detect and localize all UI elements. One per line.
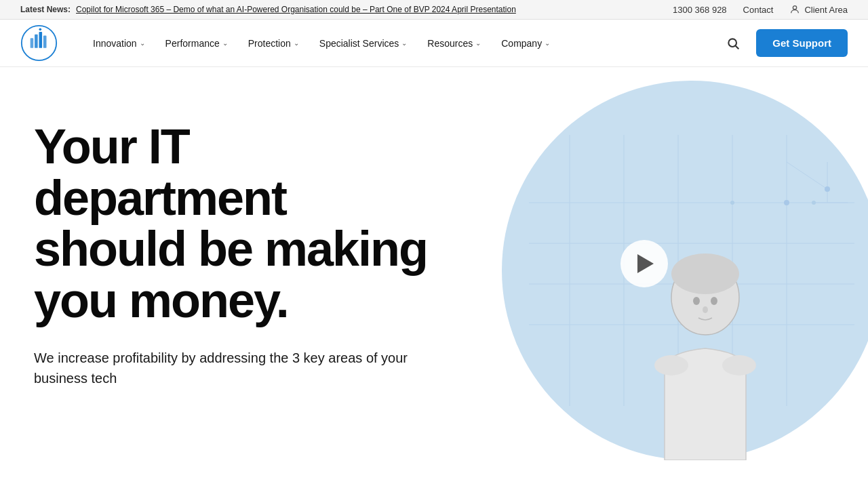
nav-menu: Innovation ⌄ Performance ⌄ Protection ⌄ … [85,33,558,54]
hero-section: Your IT department should be making you … [0,67,868,460]
nav-item-innovation[interactable]: Innovation ⌄ [85,33,153,54]
nav-label-innovation: Innovation [93,38,137,49]
svg-point-31 [654,355,688,375]
svg-point-23 [730,201,734,205]
nav-label-resources: Resources [427,38,473,49]
svg-point-30 [703,306,708,313]
navbar-right: Get Support [721,29,848,57]
svg-point-28 [693,297,700,305]
chevron-down-icon: ⌄ [475,39,481,47]
logo[interactable] [20,24,58,62]
svg-point-32 [722,355,756,375]
nav-item-resources[interactable]: Resources ⌄ [419,33,489,54]
svg-point-22 [784,200,789,205]
svg-point-29 [711,297,717,305]
svg-point-25 [825,186,830,192]
navbar: Innovation ⌄ Performance ⌄ Protection ⌄ … [0,20,868,67]
top-bar-left: Latest News: Copilot for Microsoft 365 –… [20,5,516,14]
nav-item-specialist-services[interactable]: Specialist Services ⌄ [311,33,416,54]
nav-item-company[interactable]: Company ⌄ [493,33,558,54]
hero-content: Your IT department should be making you … [0,67,477,415]
user-icon [789,4,800,15]
svg-rect-3 [35,35,38,48]
logo-svg [20,24,58,62]
top-bar: Latest News: Copilot for Microsoft 365 –… [0,0,868,20]
svg-line-8 [736,45,739,49]
phone-number: 1300 368 928 [673,5,727,15]
search-icon [726,37,740,50]
nav-label-protection: Protection [248,38,291,49]
news-link[interactable]: Copilot for Microsoft 365 – Demo of what… [76,5,516,14]
navbar-left: Innovation ⌄ Performance ⌄ Protection ⌄ … [20,24,558,62]
chevron-down-icon: ⌄ [294,39,299,47]
svg-point-7 [729,39,737,47]
play-icon [637,254,654,273]
chevron-down-icon: ⌄ [222,39,228,47]
client-area-label: Client Area [804,5,848,15]
nav-label-company: Company [501,38,542,49]
hero-title: Your IT department should be making you … [34,121,450,326]
latest-news-label: Latest News: [20,5,71,14]
svg-point-24 [812,201,816,205]
play-button[interactable] [620,240,668,287]
svg-point-0 [793,6,797,9]
top-bar-right: 1300 368 928 Contact Client Area [673,4,848,15]
client-area-link[interactable]: Client Area [789,4,848,15]
nav-item-protection[interactable]: Protection ⌄ [240,33,307,54]
svg-rect-2 [31,38,34,48]
chevron-down-icon: ⌄ [401,39,407,47]
svg-point-27 [671,253,739,294]
nav-item-performance[interactable]: Performance ⌄ [157,33,236,54]
nav-label-specialist-services: Specialist Services [319,38,399,49]
contact-link[interactable]: Contact [743,5,774,15]
svg-rect-4 [39,32,43,48]
search-button[interactable] [721,31,745,56]
chevron-down-icon: ⌄ [140,39,145,47]
chevron-down-icon: ⌄ [545,39,550,47]
hero-illustration [420,67,868,460]
hero-subtitle: We increase profitability by addressing … [34,348,450,388]
nav-label-performance: Performance [165,38,220,49]
svg-point-6 [39,28,42,31]
svg-rect-5 [43,36,47,48]
get-support-button[interactable]: Get Support [756,29,848,57]
